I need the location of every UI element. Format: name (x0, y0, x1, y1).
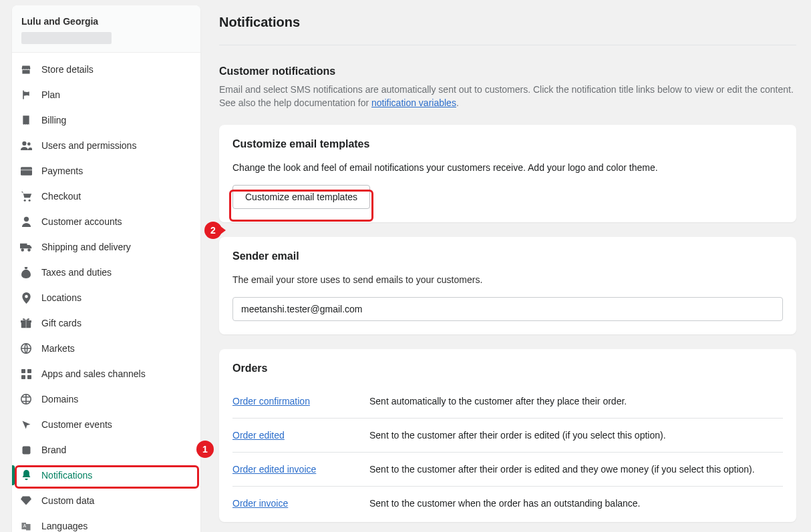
order-invoice-link[interactable]: Order invoice (232, 498, 288, 509)
order-description: Sent automatically to the customer after… (369, 396, 627, 407)
sidebar-item-customer-accounts[interactable]: Customer accounts (12, 209, 200, 234)
pin-icon (20, 292, 32, 304)
gift-icon (20, 317, 32, 329)
credit-card-icon (20, 165, 32, 177)
sidebar-item-label: Markets (41, 343, 75, 354)
sender-email-card: Sender email The email your store uses t… (219, 237, 796, 334)
sidebar-item-label: Store details (41, 64, 94, 75)
svg-rect-14 (27, 369, 31, 373)
store-name: Lulu and Georgia (21, 16, 191, 27)
order-confirmation-link[interactable]: Order confirmation (232, 396, 310, 407)
svg-point-7 (21, 248, 25, 252)
svg-point-4 (23, 200, 25, 202)
store-domain-placeholder (21, 32, 112, 44)
sidebar-item-plan[interactable]: Plan (12, 82, 200, 107)
sidebar-nav: Store details Plan Billing Users and per… (12, 53, 200, 532)
svg-rect-2 (21, 167, 32, 175)
order-description: Sent to the customer when the order has … (369, 498, 641, 509)
truck-icon (20, 241, 32, 253)
svg-rect-3 (21, 169, 32, 170)
globe-dots-icon (20, 393, 32, 405)
sender-email-input[interactable] (232, 297, 783, 321)
card-title: Sender email (232, 250, 783, 262)
brand-icon (20, 444, 32, 456)
order-description: Sent to the customer after their order i… (369, 464, 755, 475)
svg-point-6 (23, 217, 28, 222)
sidebar-item-brand[interactable]: Brand (12, 437, 200, 463)
notification-variables-link[interactable]: notification variables (371, 97, 456, 108)
orders-list: Order confirmation Sent automatically to… (232, 386, 783, 509)
section-title: Customer notifications (219, 65, 796, 77)
bell-icon (20, 469, 32, 481)
card-description: The email your store uses to send emails… (232, 274, 783, 285)
sidebar-item-users[interactable]: Users and permissions (12, 133, 200, 158)
sidebar-item-label: Payments (41, 166, 83, 176)
flag-icon (20, 89, 32, 101)
globe-icon (20, 342, 32, 354)
order-edited-invoice-link[interactable]: Order edited invoice (232, 464, 316, 475)
person-icon (20, 216, 32, 228)
sidebar-item-custom-data[interactable]: Custom data (12, 488, 200, 513)
svg-rect-16 (27, 375, 31, 379)
sidebar-item-shipping[interactable]: Shipping and delivery (12, 234, 200, 260)
sidebar-item-languages[interactable]: A Languages (12, 513, 200, 532)
sidebar-item-label: Gift cards (41, 318, 82, 328)
svg-text:A: A (23, 523, 27, 528)
sidebar-item-store-details[interactable]: Store details (12, 57, 200, 82)
sidebar-item-label: Customer accounts (41, 216, 122, 227)
settings-sidebar: Lulu and Georgia Store details Plan Bill… (12, 5, 200, 532)
card-title: Customize email templates (232, 138, 783, 150)
customize-templates-card: Customize email templates Change the loo… (219, 125, 796, 222)
card-title: Orders (232, 362, 783, 374)
sidebar-item-markets[interactable]: Markets (12, 336, 200, 361)
order-row: Order edited invoice Sent to the custome… (232, 452, 783, 486)
sidebar-item-customer-events[interactable]: Customer events (12, 412, 200, 437)
order-row: Order confirmation Sent automatically to… (232, 386, 783, 418)
orders-card: Orders Order confirmation Sent automatic… (219, 349, 796, 522)
svg-rect-18 (22, 446, 30, 454)
sidebar-item-notifications[interactable]: Notifications (12, 463, 200, 488)
cart-icon (20, 190, 32, 202)
sidebar-item-domains[interactable]: Domains (12, 386, 200, 412)
svg-point-0 (22, 142, 26, 146)
receipt-icon (20, 114, 32, 126)
svg-rect-15 (21, 375, 25, 379)
sidebar-item-gift-cards[interactable]: Gift cards (12, 310, 200, 336)
users-icon (20, 140, 32, 152)
sidebar-item-label: Users and permissions (41, 140, 136, 151)
main-content: Notifications Customer notifications Ema… (219, 15, 796, 522)
cursor-icon (20, 419, 32, 431)
customer-notifications-section: Customer notifications Email and select … (219, 65, 796, 110)
moneybag-icon (20, 266, 32, 278)
order-description: Sent to the customer after their order i… (369, 430, 666, 441)
sidebar-header: Lulu and Georgia (12, 5, 200, 53)
sidebar-item-label: Shipping and delivery (41, 242, 131, 252)
store-icon (20, 63, 32, 75)
sidebar-item-apps[interactable]: Apps and sales channels (12, 361, 200, 386)
sidebar-item-locations[interactable]: Locations (12, 285, 200, 310)
sidebar-item-payments[interactable]: Payments (12, 158, 200, 184)
sidebar-item-taxes[interactable]: Taxes and duties (12, 260, 200, 285)
order-row: Order edited Sent to the customer after … (232, 418, 783, 452)
sidebar-item-label: Notifications (41, 470, 92, 481)
sidebar-item-label: Plan (41, 89, 60, 100)
order-edited-link[interactable]: Order edited (232, 430, 285, 441)
svg-point-8 (27, 248, 31, 252)
svg-point-1 (27, 142, 31, 146)
sidebar-item-label: Locations (41, 292, 82, 303)
sidebar-item-label: Billing (41, 115, 66, 125)
sidebar-item-label: Customer events (41, 419, 112, 430)
sidebar-item-billing[interactable]: Billing (12, 107, 200, 133)
sidebar-item-label: Brand (41, 445, 66, 455)
svg-rect-13 (21, 369, 25, 373)
order-row: Order invoice Sent to the customer when … (232, 486, 783, 509)
card-description: Change the look and feel of email notifi… (232, 162, 783, 173)
diamond-icon (20, 495, 32, 507)
apps-icon (20, 368, 32, 380)
sidebar-item-checkout[interactable]: Checkout (12, 184, 200, 209)
sidebar-item-label: Apps and sales channels (41, 368, 146, 379)
customize-email-templates-button[interactable]: Customize email templates (232, 185, 370, 209)
svg-rect-11 (25, 320, 27, 328)
page-title: Notifications (219, 15, 796, 45)
sidebar-item-label: Languages (41, 521, 88, 531)
